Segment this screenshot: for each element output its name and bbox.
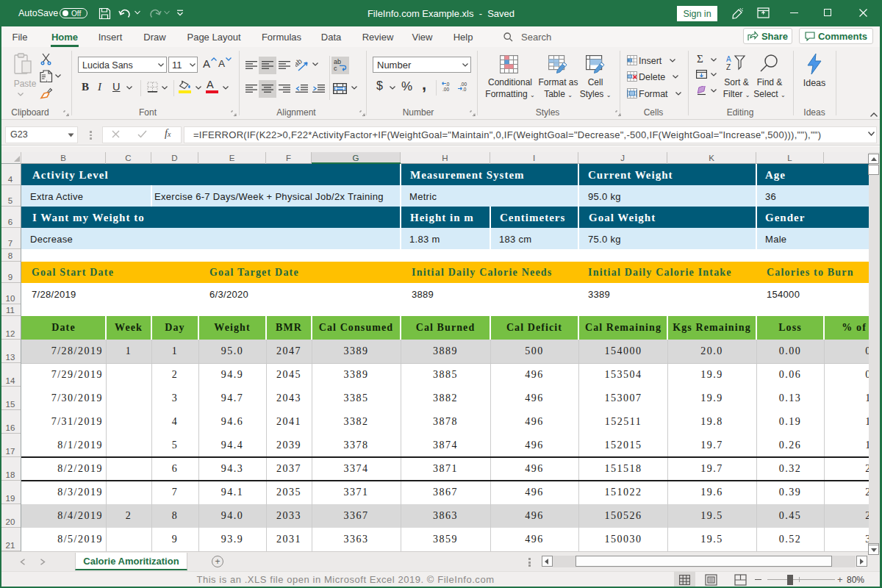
svg-text:A: A <box>726 55 731 63</box>
svg-text:.0: .0 <box>445 82 450 87</box>
svg-text:.00: .00 <box>460 82 467 87</box>
svg-text:Z: Z <box>726 63 731 71</box>
svg-text:.0: .0 <box>462 87 467 92</box>
svg-text:c: c <box>334 65 337 72</box>
svg-text:.00: .00 <box>442 87 449 92</box>
